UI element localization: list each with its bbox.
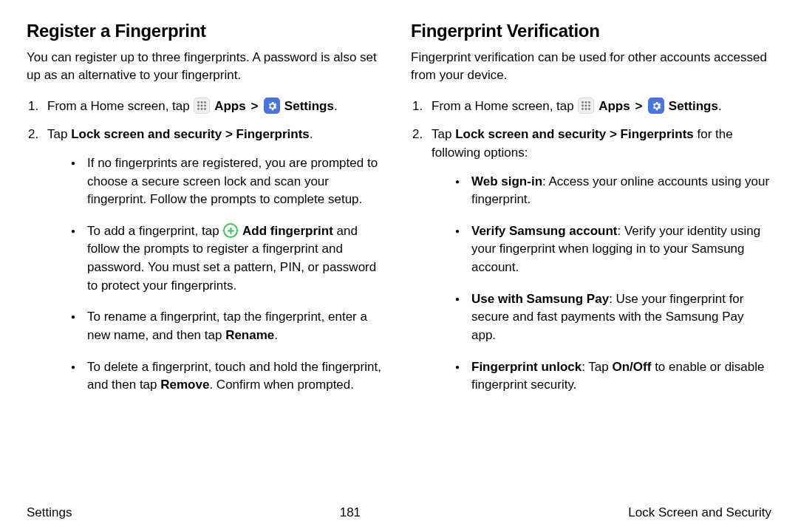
settings-label: Settings: [284, 99, 334, 113]
b4-post: . Confirm when prompted.: [209, 378, 354, 392]
apps-grid-icon: [578, 98, 594, 114]
period: .: [274, 328, 278, 342]
step-1: From a Home screen, tap Apps > Settings.: [27, 98, 387, 116]
b2-bold: Verify Samsung account: [471, 224, 617, 238]
step-2: Tap Lock screen and security > Fingerpri…: [27, 126, 387, 395]
svg-point-5: [205, 105, 207, 107]
svg-point-0: [198, 101, 200, 103]
b4-bold: Fingerprint unlock: [471, 360, 582, 374]
step2-bold: Lock screen and security > Fingerprints: [71, 127, 310, 141]
svg-point-8: [205, 108, 207, 110]
svg-point-12: [582, 105, 584, 107]
svg-point-16: [585, 108, 587, 110]
b4-mid: : Tap: [582, 360, 612, 374]
footer-page-number: 181: [340, 505, 361, 520]
svg-point-1: [201, 101, 203, 103]
b4-bold2: On/Off: [613, 360, 652, 374]
step1-pre: From a Home screen, tap: [432, 99, 577, 113]
step2-pre: Tap: [47, 127, 71, 141]
bullet-web-sign-in: Web sign-in: Access your online accounts…: [455, 173, 771, 209]
bullet-add-fingerprint: To add a fingerprint, tap Add fingerprin…: [71, 222, 387, 296]
bullet-fingerprint-unlock: Fingerprint unlock: Tap On/Off to enable…: [455, 358, 771, 395]
right-column: Fingerprint Verification Fingerprint ver…: [411, 21, 771, 408]
bullet-verify-samsung: Verify Samsung account: Verify your iden…: [455, 222, 771, 277]
svg-point-11: [589, 101, 591, 103]
heading-register-fingerprint: Register a Fingerprint: [27, 21, 387, 41]
step-2: Tap Lock screen and security > Fingerpri…: [411, 126, 771, 395]
svg-point-9: [582, 101, 584, 103]
step-1: From a Home screen, tap Apps > Settings.: [411, 98, 771, 116]
intro-text: You can register up to three fingerprint…: [27, 49, 387, 84]
heading-fingerprint-verification: Fingerprint Verification: [411, 21, 771, 41]
svg-point-2: [205, 101, 207, 103]
b2-bold: Add fingerprint: [242, 224, 333, 238]
apps-label: Apps: [214, 99, 246, 113]
bullet-no-fingerprints: If no fingerprints are registered, you a…: [71, 154, 387, 209]
step2-bold: Lock screen and security > Fingerprints: [455, 127, 694, 141]
svg-point-15: [582, 108, 584, 110]
period: .: [334, 99, 338, 113]
svg-point-13: [585, 105, 587, 107]
svg-point-4: [201, 105, 203, 107]
svg-point-10: [585, 101, 587, 103]
b3-bold: Use with Samsung Pay: [471, 292, 609, 306]
svg-point-17: [589, 108, 591, 110]
apps-label: Apps: [598, 99, 630, 113]
page-footer: Settings 181 Lock Screen and Security: [27, 505, 771, 520]
period: .: [310, 127, 313, 141]
step1-pre: From a Home screen, tap: [47, 99, 193, 113]
step2-pre: Tap: [432, 127, 455, 141]
period: .: [718, 99, 722, 113]
chevron-icon: >: [633, 99, 644, 113]
svg-point-6: [198, 108, 200, 110]
settings-gear-icon: [648, 98, 664, 114]
b3-bold: Rename: [225, 328, 274, 342]
b1-bold: Web sign-in: [471, 174, 542, 188]
footer-right: Lock Screen and Security: [628, 505, 771, 520]
b2-pre: To add a fingerprint, tap: [87, 224, 222, 238]
settings-label: Settings: [669, 99, 718, 113]
footer-left: Settings: [27, 505, 72, 520]
bullet-samsung-pay: Use with Samsung Pay: Use your fingerpri…: [455, 290, 771, 345]
add-plus-icon: [223, 223, 238, 238]
settings-gear-icon: [264, 98, 280, 114]
apps-grid-icon: [194, 98, 210, 114]
intro-text: Fingerprint verification can be used for…: [411, 49, 771, 84]
bullet-rename-fingerprint: To rename a fingerprint, tap the fingerp…: [71, 308, 387, 344]
svg-point-14: [589, 105, 591, 107]
svg-point-7: [201, 108, 203, 110]
bullet-delete-fingerprint: To delete a fingerprint, touch and hold …: [71, 358, 387, 395]
left-column: Register a Fingerprint You can register …: [27, 21, 387, 408]
svg-point-3: [198, 105, 200, 107]
b4-bold: Remove: [160, 378, 209, 392]
chevron-icon: >: [249, 99, 259, 113]
